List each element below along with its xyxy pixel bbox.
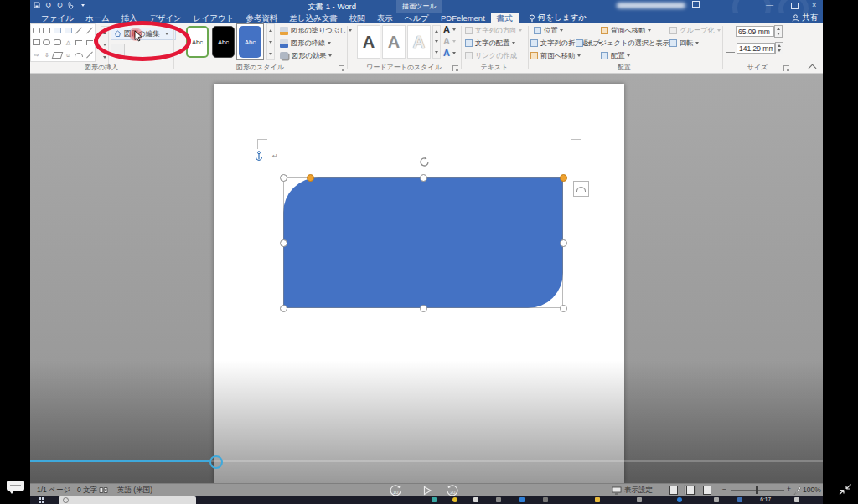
down-arrow-shape-icon[interactable]: [44, 52, 49, 58]
video-progress-scrubber[interactable]: [209, 455, 223, 469]
wordart-style-thumb-2[interactable]: A: [382, 25, 406, 59]
close-button[interactable]: ×: [812, 1, 816, 9]
adjust-handle-top-right[interactable]: [560, 174, 567, 182]
tab-home[interactable]: ホーム: [80, 13, 116, 23]
taskbar-tray-icon[interactable]: [794, 497, 799, 502]
save-icon[interactable]: [34, 2, 40, 8]
tab-pdfelement[interactable]: PDFelement: [435, 13, 491, 23]
line-shape-icon[interactable]: [86, 52, 93, 59]
send-backward-button[interactable]: 背面へ移動: [601, 25, 651, 36]
resize-handle-bottom-center[interactable]: [420, 305, 427, 312]
tab-mailings[interactable]: 差し込み文書: [283, 13, 343, 23]
elbow-arrow-connector-shape-icon[interactable]: [86, 40, 93, 45]
tell-me-box[interactable]: 何をしますか: [519, 13, 587, 23]
taskbar-app-icon[interactable]: [543, 497, 548, 502]
position-button[interactable]: 位置: [534, 25, 563, 36]
dialog-launcher-icon[interactable]: [339, 65, 344, 71]
gallery-more-icon[interactable]: [435, 51, 438, 54]
share-button[interactable]: 共有: [792, 13, 818, 23]
chat-bubble-icon[interactable]: [7, 481, 24, 491]
start-button-icon[interactable]: [39, 497, 44, 503]
bring-forward-button[interactable]: 前面へ移動: [530, 50, 581, 61]
rounded-rectangle-shape-icon[interactable]: [33, 28, 40, 33]
right-arrow-shape-icon[interactable]: [34, 52, 39, 58]
text-outline-button[interactable]: A: [443, 36, 456, 46]
resize-handle-top-center[interactable]: [420, 174, 427, 182]
account-avatar-icon[interactable]: [692, 1, 700, 9]
dialog-launcher-icon[interactable]: [452, 65, 458, 71]
scroll-down-icon[interactable]: [269, 41, 272, 44]
vertical-text-box-shape-icon[interactable]: [65, 28, 72, 33]
redo-icon[interactable]: ↻: [57, 1, 64, 9]
create-link-button[interactable]: リンクの作成: [465, 50, 517, 61]
smiley-shape-icon[interactable]: [65, 52, 71, 58]
taskbar-app-icon[interactable]: [452, 497, 457, 502]
page-count[interactable]: 1/1 ページ: [37, 486, 70, 496]
shape-style-thumb-blue-selected[interactable]: Abc: [236, 23, 264, 60]
taskbar-clock[interactable]: 6:17: [760, 496, 771, 502]
wordart-scrollbar[interactable]: [432, 25, 441, 59]
taskbar-app-icon[interactable]: [519, 497, 525, 502]
rectangle-shape-icon[interactable]: [33, 39, 40, 45]
rewind-10-button[interactable]: 10: [389, 485, 402, 496]
resize-handle-bottom-right[interactable]: [560, 305, 567, 312]
text-direction-button[interactable]: 文字列の方向: [465, 25, 522, 36]
collapse-ribbon-icon[interactable]: [809, 64, 817, 73]
flowchart-shape-icon[interactable]: [52, 52, 64, 59]
tab-file[interactable]: ファイル: [35, 13, 80, 23]
rotate-objects-button[interactable]: 回転: [669, 38, 699, 49]
width-stepper[interactable]: [775, 42, 783, 54]
wordart-style-thumb-3[interactable]: A: [407, 25, 431, 59]
taskbar-app-icon[interactable]: [677, 497, 682, 502]
text-box-shape-icon[interactable]: [54, 28, 61, 33]
rounded-rectangle-shape-icon[interactable]: [54, 39, 61, 45]
shape-gallery[interactable]: [30, 23, 96, 62]
scroll-up-icon[interactable]: [435, 30, 438, 33]
qat-customize-icon[interactable]: [81, 4, 85, 7]
annotation-pencil-icon[interactable]: [793, 486, 802, 495]
web-layout-button[interactable]: [700, 485, 713, 495]
align-text-button[interactable]: 文字の配置: [465, 38, 515, 49]
gallery-more-icon[interactable]: [269, 53, 272, 55]
line-shape-icon[interactable]: [75, 27, 82, 33]
tab-layout[interactable]: レイアウト: [188, 13, 240, 23]
read-mode-button[interactable]: [667, 485, 680, 495]
text-fill-button[interactable]: A: [443, 24, 456, 34]
display-settings-icon[interactable]: [612, 486, 622, 495]
wordart-style-thumb-1[interactable]: A: [357, 25, 380, 59]
arrow-line-shape-icon[interactable]: [86, 27, 93, 33]
restore-button[interactable]: [791, 3, 799, 11]
taskbar-search-box[interactable]: [59, 496, 196, 504]
zoom-in-icon[interactable]: +: [787, 485, 791, 493]
triangle-shape-icon[interactable]: [66, 39, 70, 45]
height-stepper[interactable]: [774, 25, 783, 38]
language-status[interactable]: 英語 (米国): [117, 486, 152, 496]
text-effects-button[interactable]: A: [443, 48, 456, 58]
zoom-out-icon[interactable]: −: [722, 485, 726, 493]
shape-effects-button[interactable]: 図形の効果: [280, 50, 332, 61]
taskbar-app-icon[interactable]: [496, 497, 501, 502]
resize-handle-middle-right[interactable]: [560, 239, 567, 247]
play-button[interactable]: [422, 485, 432, 496]
gallery-more-icon[interactable]: [103, 56, 106, 59]
taskbar-app-icon[interactable]: [432, 497, 437, 502]
adjust-handle-corner-radius[interactable]: [307, 174, 314, 182]
exit-fullscreen-icon[interactable]: [838, 483, 852, 496]
shape-styles-scrollbar[interactable]: [266, 23, 275, 60]
scroll-up-icon[interactable]: [269, 29, 272, 32]
word-count[interactable]: 0 文字: [77, 486, 97, 496]
height-input[interactable]: [736, 26, 774, 37]
width-input[interactable]: [737, 43, 775, 54]
layout-options-button[interactable]: [573, 181, 589, 197]
touch-mode-icon[interactable]: [68, 2, 74, 9]
forward-30-button[interactable]: 30: [446, 485, 459, 496]
group-objects-button[interactable]: グループ化: [669, 25, 721, 36]
resize-handle-middle-left[interactable]: [280, 239, 287, 247]
scroll-down-icon[interactable]: [435, 40, 438, 43]
resize-handle-top-left[interactable]: [280, 174, 287, 182]
tab-view[interactable]: 表示: [371, 13, 399, 23]
selection-pane-button[interactable]: オブジェクトの選択と表示: [576, 38, 669, 49]
minimize-button[interactable]: —: [766, 1, 773, 9]
taskbar-app-icon[interactable]: [714, 497, 719, 502]
shape-outline-button[interactable]: 図形の枠線: [280, 38, 331, 49]
